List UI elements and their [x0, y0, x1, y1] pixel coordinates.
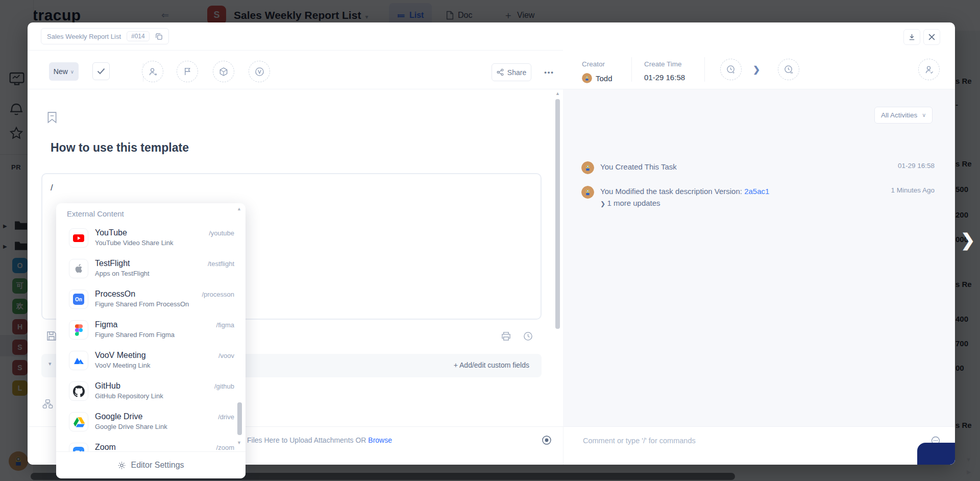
task-title[interactable]: How to use this template: [51, 141, 189, 155]
history-clock-icon[interactable]: [523, 331, 533, 341]
menu-item-description: GitHub Repository Link: [95, 392, 234, 400]
share-button[interactable]: Share: [492, 63, 531, 81]
menu-item-command: /processon: [202, 291, 234, 298]
complete-task-button[interactable]: [92, 62, 110, 80]
drop-hint-text: Files Here to Upload Attachments OR: [247, 436, 368, 444]
save-icon[interactable]: [46, 331, 57, 341]
activity-avatar: [581, 186, 594, 199]
menu-item-command: /drive: [218, 413, 234, 421]
slash-menu-item[interactable]: TestFlight /testflight Apps on TestFligh…: [69, 259, 234, 287]
svg-text:On: On: [75, 297, 82, 302]
task-side-panel: Creator Todd Create Time 01-29 16:58: [563, 50, 955, 465]
check-icon: [97, 68, 105, 75]
menu-item-name: YouTube: [95, 228, 127, 237]
create-time-value: 01-29 16:58: [644, 73, 685, 82]
start-time-button[interactable]: [720, 59, 742, 80]
priority-flag-button[interactable]: [177, 61, 198, 82]
gear-icon: [117, 461, 126, 470]
clock-start-icon: [726, 65, 736, 75]
person-add-icon: [148, 67, 158, 77]
activity-text: You Created This Task: [600, 161, 677, 172]
creator-avatar: [582, 73, 592, 83]
processon-icon: On: [69, 290, 88, 309]
breadcrumb-list-name[interactable]: Sales Weekly Report List: [47, 33, 121, 40]
menu-item-description: YouTube Video Share Link: [95, 239, 234, 247]
send-comment-button[interactable]: [917, 443, 955, 465]
module-cube-button[interactable]: [213, 61, 234, 82]
menu-item-name: Google Drive: [95, 412, 142, 421]
comment-input-placeholder[interactable]: Comment or type '/' for commands: [583, 437, 696, 445]
watcher-button[interactable]: [918, 59, 940, 80]
slash-menu-item[interactable]: On ProcessOn /processon Figure Shared Fr…: [69, 290, 234, 318]
editor-settings-button[interactable]: Editor Settings: [56, 451, 246, 478]
version-v-icon: [255, 67, 264, 77]
version-button[interactable]: [249, 61, 270, 82]
activity-filter-label: All Activities: [881, 111, 917, 119]
more-updates-toggle[interactable]: 1 more updates: [600, 199, 769, 207]
time-range-chevron: [753, 64, 760, 75]
share-icon: [497, 68, 504, 76]
slash-menu-item[interactable]: VooV Meeting /voov VooV Meeting Link: [69, 351, 234, 379]
minimize-modal-button[interactable]: [903, 29, 920, 45]
activity-item: You Created This Task 01-29 16:58: [581, 161, 935, 174]
comment-bar[interactable]: Comment or type '/' for commands: [563, 426, 955, 465]
close-icon: [928, 34, 935, 40]
scrollbar-up-arrow[interactable]: [555, 91, 560, 96]
menu-item-command: /zoom: [216, 444, 234, 451]
menu-item-command: /testflight: [208, 260, 234, 268]
add-custom-fields-button[interactable]: + Add/edit custom fields: [454, 361, 529, 369]
due-time-button[interactable]: [778, 59, 799, 80]
slash-menu-item[interactable]: Google Drive /drive Google Drive Share L…: [69, 412, 234, 441]
menu-item-description: Figure Shared From ProcessOn: [95, 300, 234, 308]
creator-value[interactable]: Todd: [582, 73, 612, 83]
creator-label: Creator: [582, 60, 605, 68]
flag-icon: [183, 67, 192, 76]
editor-typed-text: /: [51, 183, 53, 193]
copy-icon[interactable]: [155, 33, 163, 40]
slash-command-menu: External Content YouTube /youtube YouTub…: [56, 203, 246, 478]
expand-panel-chevron[interactable]: ❯: [961, 230, 975, 250]
close-modal-button[interactable]: [923, 29, 940, 45]
breadcrumb[interactable]: Sales Weekly Report List #014: [41, 28, 169, 44]
menu-scrollbar-thumb[interactable]: [237, 402, 242, 435]
browse-link[interactable]: Browse: [368, 436, 392, 444]
fields-collapse-caret[interactable]: [48, 360, 52, 367]
slash-menu-item[interactable]: GitHub /github GitHub Repository Link: [69, 381, 234, 410]
menu-scroll-down-arrow[interactable]: [237, 440, 241, 445]
meta-divider: [631, 57, 632, 82]
share-label: Share: [507, 68, 526, 77]
meta-divider: [704, 57, 705, 82]
task-id-badge: #014: [127, 31, 150, 41]
slash-menu-item[interactable]: Figma /figma Figure Shared From Figma: [69, 320, 234, 349]
screen: tracup ⇐ S Sales Weekly Report List ≔ Li…: [0, 0, 980, 481]
editor-settings-label: Editor Settings: [131, 461, 184, 470]
menu-scroll-up-arrow[interactable]: [237, 206, 241, 211]
content-scrollbar[interactable]: [555, 91, 561, 426]
activity-text: You Modified the task description Versio…: [600, 186, 769, 197]
menu-item-description: Figure Shared From Figma: [95, 331, 234, 339]
bookmark-icon[interactable]: [47, 111, 57, 124]
youtube-icon: [69, 228, 88, 248]
creator-name: Todd: [596, 74, 612, 83]
clock-end-icon: [784, 65, 794, 75]
task-meta-header: Creator Todd Create Time 01-29 16:58: [563, 50, 955, 89]
version-link[interactable]: 2a5ac1: [744, 187, 769, 196]
figma-icon: [69, 320, 88, 340]
menu-item-command: /youtube: [209, 229, 234, 237]
menu-item-description: VooV Meeting Link: [95, 362, 234, 369]
menu-section-header: External Content: [67, 209, 124, 218]
scrollbar-thumb[interactable]: [555, 99, 560, 329]
activity-text-main: You Modified the task description Versio…: [600, 187, 744, 196]
slash-menu-item[interactable]: Zoom /zoom: [69, 443, 234, 451]
activity-item: You Modified the task description Versio…: [581, 186, 935, 207]
assignee-add-button[interactable]: [142, 61, 163, 82]
print-icon[interactable]: [501, 331, 511, 341]
status-dropdown-button[interactable]: New: [49, 62, 79, 81]
slash-menu-item[interactable]: YouTube /youtube YouTube Video Share Lin…: [69, 228, 234, 257]
more-actions-button[interactable]: [539, 64, 559, 80]
upload-target-icon[interactable]: [542, 435, 552, 445]
subtask-tree-icon[interactable]: [42, 399, 53, 409]
activity-filter-dropdown[interactable]: All Activities: [874, 107, 933, 124]
menu-item-command: /figma: [216, 321, 234, 329]
activity-avatar: [581, 161, 594, 174]
